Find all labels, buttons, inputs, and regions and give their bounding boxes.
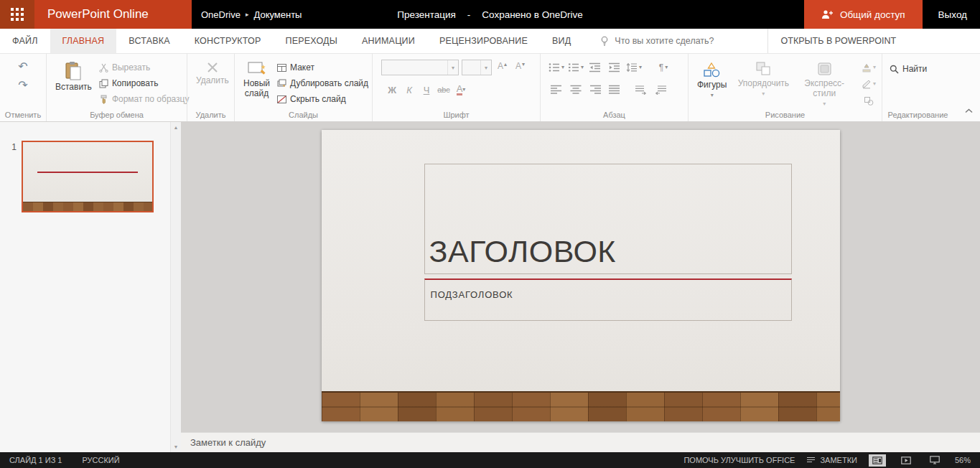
line-spacing-button[interactable]: ▾ — [625, 60, 643, 75]
cut-button[interactable]: Вырезать — [96, 60, 192, 75]
align-left-button[interactable] — [548, 82, 565, 98]
tab-view[interactable]: ВИД — [540, 29, 583, 53]
share-button[interactable]: Общий доступ — [804, 0, 923, 29]
align-center-icon — [570, 85, 582, 95]
tell-me-box[interactable]: Что вы хотите сделать? — [589, 29, 725, 53]
find-button[interactable]: Найти — [887, 61, 930, 77]
editor-area: ЗАГОЛОВОК ПОДЗАГОЛОВОК Заметки к слайду — [181, 122, 980, 452]
shape-change-icon — [864, 96, 874, 106]
delete-slide-button[interactable]: Удалить — [192, 60, 233, 88]
scroll-down-icon[interactable]: ▼ — [174, 444, 179, 449]
signout-link[interactable]: Выход — [923, 0, 980, 29]
indent-icon — [609, 62, 620, 72]
bold-button[interactable]: Ж — [384, 82, 400, 98]
top-bar: PowerPoint Online OneDrive ▸ Документы П… — [0, 0, 980, 29]
decrease-indent-button[interactable] — [587, 60, 604, 75]
editing-view-button[interactable] — [869, 454, 886, 467]
workspace: 1 ▲ ▼ ЗАГОЛОВОК ПОДЗАГОЛОВОК За — [0, 122, 980, 452]
subtitle-placeholder[interactable]: ПОДЗАГОЛОВОК — [424, 279, 792, 321]
undo-button[interactable]: ↶ — [18, 61, 27, 72]
scroll-up-icon[interactable]: ▲ — [174, 125, 179, 130]
bullets-button[interactable]: ▾ — [548, 60, 565, 75]
bullets-icon — [549, 62, 560, 72]
improve-office-link[interactable]: ПОМОЧЬ УЛУЧШИТЬ OFFICE — [683, 456, 795, 464]
app-launcher-button[interactable] — [0, 0, 34, 29]
tab-animations[interactable]: АНИМАЦИИ — [350, 29, 427, 53]
italic-button[interactable]: К — [401, 82, 417, 98]
document-title[interactable]: Презентация — [397, 9, 456, 20]
numbering-button[interactable]: ▾ — [567, 60, 584, 75]
font-color-button[interactable]: А▾ — [453, 82, 469, 98]
right-to-left-button[interactable] — [652, 82, 669, 98]
clipboard-icon — [64, 61, 83, 80]
tab-review[interactable]: РЕЦЕНЗИРОВАНИЕ — [427, 29, 540, 53]
add-person-icon — [821, 9, 834, 19]
breadcrumb-arrow-icon: ▸ — [246, 11, 249, 18]
breadcrumb-folder[interactable]: Документы — [253, 9, 302, 20]
tab-insert[interactable]: ВСТАВКА — [116, 29, 182, 53]
shape-change-button[interactable] — [860, 93, 877, 108]
slide-1-thumbnail[interactable] — [22, 141, 154, 212]
redo-button[interactable]: ↷ — [18, 80, 27, 91]
shapes-dropdown-icon: ▾ — [711, 93, 714, 98]
shape-outline-button[interactable]: ▾ — [860, 76, 877, 92]
numbering-icon — [568, 62, 579, 72]
increase-indent-button[interactable] — [606, 60, 623, 75]
collapse-ribbon-button[interactable] — [965, 106, 973, 116]
arrange-button[interactable]: Упорядочить ▾ — [734, 60, 793, 108]
layout-icon — [277, 64, 286, 72]
duplicate-slide-button[interactable]: Дублировать слайд — [274, 75, 371, 91]
justify-icon — [609, 85, 620, 95]
slide-canvas[interactable]: ЗАГОЛОВОК ПОДЗАГОЛОВОК — [322, 130, 840, 421]
shapes-icon — [703, 61, 722, 78]
tab-file[interactable]: ФАЙЛ — [0, 29, 50, 53]
new-slide-button[interactable]: Новый слайд — [239, 60, 274, 107]
tab-home[interactable]: ГЛАВНАЯ — [50, 29, 117, 53]
slideshow-view-button[interactable] — [897, 454, 915, 467]
tab-design[interactable]: КОНСТРУКТОР — [182, 29, 274, 53]
display-view-button[interactable] — [926, 454, 943, 467]
breadcrumb-onedrive[interactable]: OneDrive — [201, 9, 241, 20]
language-indicator[interactable]: РУССКИЙ — [82, 456, 119, 464]
font-size-dropdown-icon[interactable]: ▾ — [480, 60, 491, 75]
slideshow-icon — [901, 457, 911, 464]
open-in-powerpoint-button[interactable]: ОТКРЫТЬ В POWERPOINT — [767, 29, 910, 53]
slide-title: ЗАГОЛОВОК — [429, 234, 616, 269]
shape-fill-icon — [862, 63, 872, 72]
group-label-drawing: Рисование — [689, 111, 882, 119]
notes-toggle[interactable]: ЗАМЕТКИ — [806, 456, 857, 464]
strikethrough-button[interactable]: abc — [436, 82, 452, 98]
font-name-combobox[interactable]: ▾ — [381, 60, 459, 75]
layout-button[interactable]: Макет — [274, 60, 371, 75]
zoom-level[interactable]: 56% — [955, 456, 971, 464]
format-painter-button[interactable]: Формат по образцу — [96, 91, 192, 107]
shapes-button[interactable]: Фигуры ▾ — [693, 60, 731, 108]
justify-button[interactable] — [606, 82, 623, 98]
underline-button[interactable]: Ч — [419, 82, 434, 98]
quick-styles-button[interactable]: Экспресс-стили ▾ — [795, 60, 853, 108]
waffle-icon — [11, 8, 24, 21]
group-label-font: Шрифт — [373, 111, 540, 119]
left-to-right-button[interactable] — [633, 82, 650, 98]
ribbon-group-undo: ↶ ↷ Отменить — [0, 54, 46, 121]
tab-transitions[interactable]: ПЕРЕХОДЫ — [274, 29, 350, 53]
text-direction-button[interactable]: ¶ ▾ — [655, 60, 672, 75]
notes-bar[interactable]: Заметки к слайду — [181, 432, 980, 452]
top-right-actions: Общий доступ Выход — [804, 0, 980, 29]
thumbnail-scrollbar[interactable]: ▲ ▼ — [170, 122, 181, 452]
align-center-button[interactable] — [567, 82, 584, 98]
text-direction-icon: ¶ — [659, 62, 663, 72]
shape-fill-button[interactable]: ▾ — [860, 60, 877, 75]
shrink-font-button[interactable]: А▾ — [513, 60, 528, 75]
title-placeholder[interactable]: ЗАГОЛОВОК — [424, 164, 792, 274]
rtl-icon — [655, 85, 666, 95]
line-spacing-icon — [626, 62, 638, 72]
grow-font-button[interactable]: А▴ — [495, 60, 510, 75]
font-size-combobox[interactable]: ▾ — [462, 60, 492, 75]
paste-button[interactable]: Вставить — [51, 60, 96, 107]
font-name-dropdown-icon[interactable]: ▾ — [447, 60, 458, 75]
copy-button[interactable]: Копировать — [96, 75, 192, 91]
hide-slide-button[interactable]: Скрыть слайд — [274, 91, 371, 107]
notes-icon — [806, 457, 816, 464]
align-right-button[interactable] — [587, 82, 604, 98]
